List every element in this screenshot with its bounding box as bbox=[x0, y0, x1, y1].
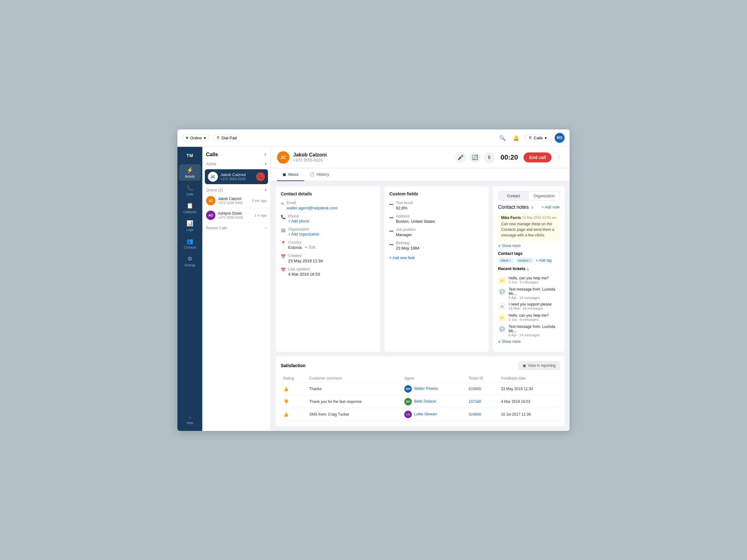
updated-row: 📅 Last updated 4 Mar 2019 16:53 bbox=[281, 267, 375, 276]
add-phone-link[interactable]: + Add phone bbox=[288, 219, 309, 223]
mute-button[interactable]: 🎤 bbox=[455, 152, 466, 163]
status-label: Online bbox=[190, 136, 202, 140]
sidebar-item-activity[interactable]: ⚡ Activity bbox=[179, 164, 201, 181]
queue-text: Queue (2) bbox=[206, 188, 223, 192]
ticket-id-0[interactable]: 624800 bbox=[469, 387, 481, 391]
date-0: 23 May 2019 11:34 bbox=[499, 382, 560, 395]
dialpad-label: Dial Pad bbox=[222, 136, 237, 140]
recent-calls-chevron: › bbox=[265, 226, 267, 230]
more-options-button[interactable]: ⋮ bbox=[555, 153, 563, 162]
active-call-number: +372 3555-0103 bbox=[221, 177, 254, 181]
recent-tickets: Recent tickets 5 ✉ Hello, can you help m… bbox=[498, 266, 560, 344]
search-button[interactable]: 🔍 bbox=[497, 133, 507, 143]
user-avatar[interactable]: RO bbox=[555, 133, 565, 143]
sidebar-item-contacts[interactable]: 👥 Contacts bbox=[179, 235, 201, 252]
dialpad-button[interactable]: ⠿ Dial Pad bbox=[213, 134, 240, 142]
calls-dropdown-button[interactable]: ⠿ Calls ▾ bbox=[525, 134, 551, 142]
callbacks-icon: 📋 bbox=[186, 202, 193, 209]
col-ticket: Ticket ID bbox=[466, 374, 499, 383]
comment-2: SMS from: Craig Tucker bbox=[307, 408, 402, 421]
agent-0: WP Walter Powers bbox=[402, 382, 466, 395]
help-button[interactable]: ? Help bbox=[184, 414, 196, 427]
contact-details-card: Contact details ✉ Email walter.agent@hel… bbox=[276, 186, 380, 352]
queue-avatar-1: AD bbox=[206, 211, 215, 220]
sidebar-item-settings[interactable]: ⚙ Settings bbox=[179, 253, 201, 269]
created-value: 23 May 2019 11:34 bbox=[288, 259, 323, 263]
add-org-link[interactable]: + Add organization bbox=[288, 232, 319, 236]
queue-time-0: 3 sec ago bbox=[252, 199, 267, 203]
call-timer: 00:20 bbox=[500, 153, 518, 161]
ticket-2[interactable]: ✉ I need you support please 15 May · 15 … bbox=[498, 302, 560, 311]
end-call-button[interactable]: End call bbox=[523, 153, 551, 162]
sidebar-item-callbacks[interactable]: 📋 Callbacks bbox=[179, 200, 201, 216]
birthday-icon: ▬ bbox=[389, 241, 393, 246]
active-call-item[interactable]: JC Jakob Calzoni +372 3555-0103 📞 bbox=[205, 169, 268, 184]
transfer-button[interactable]: 🔄 bbox=[469, 152, 481, 163]
ticket-1[interactable]: 💬 Text message from: Lucinda Mc... 6 Apr… bbox=[498, 287, 560, 300]
tag-nordus: nordus × bbox=[516, 258, 534, 263]
ticket-0[interactable]: ✉ Hello, can you help me? 2 Jun · 5 mess… bbox=[498, 276, 560, 285]
caller-info: Jakob Calzoni +372 3555-0103 bbox=[293, 152, 451, 162]
activity-label: Activity bbox=[185, 175, 195, 178]
view-reporting-button[interactable]: ▣ View in reporting bbox=[518, 361, 560, 370]
ticket-id-1[interactable]: 157340 bbox=[469, 399, 481, 404]
remove-tag-nordus[interactable]: × bbox=[530, 259, 531, 262]
add-field-link[interactable]: + Add new field bbox=[389, 256, 415, 260]
notifications-button[interactable]: 🔔 bbox=[511, 133, 521, 143]
show-more-notes[interactable]: ∨ Show more bbox=[498, 244, 560, 248]
queue-item-1[interactable]: AD Ashlynn Donin +372 3555-0103 1 m ago bbox=[202, 208, 271, 223]
tags-row: client × nordus × + Add tag bbox=[498, 258, 560, 263]
add-tag-link[interactable]: + Add tag bbox=[536, 258, 551, 263]
end-call-small-button[interactable]: 📞 bbox=[256, 172, 265, 181]
ticket-3[interactable]: ✉ Hello, can you help me? 2 Jun · 5 mess… bbox=[498, 313, 560, 322]
email-icon: ✉ bbox=[281, 201, 284, 206]
test-result-icon: ▬ bbox=[389, 201, 393, 206]
recent-calls-row[interactable]: Recent Calls › bbox=[202, 223, 271, 233]
note-header: Mike Ferris 12 Mar 2016 12:00 am bbox=[501, 216, 557, 220]
test-result-row: ▬ Test result 82.8% bbox=[389, 201, 484, 210]
org-row: 🏢 Organization + Add organization bbox=[281, 227, 375, 236]
status-chevron: ▾ bbox=[204, 136, 206, 140]
contacts-label: Contacts bbox=[184, 246, 196, 249]
sidebar-item-logs[interactable]: 📊 Logs bbox=[179, 217, 201, 234]
caller-name: Jakob Calzoni bbox=[293, 152, 451, 158]
remove-tag-client[interactable]: × bbox=[510, 259, 511, 262]
contact-tab[interactable]: Contact bbox=[498, 192, 529, 201]
queue-label: Queue (2) ▾ bbox=[202, 185, 271, 193]
about-icon: ◼ bbox=[283, 172, 286, 177]
ticket-info-3: Hello, can you help me? 2 Jun · 5 messag… bbox=[509, 313, 549, 321]
email-value[interactable]: walter.agent@helpdesk.com bbox=[287, 206, 338, 210]
agent-avatar-2: LS bbox=[404, 411, 412, 418]
tab-about[interactable]: ◼ About bbox=[277, 168, 304, 181]
birthday-value: 23 May 1984 bbox=[396, 246, 419, 250]
cards-row: Contact details ✉ Email walter.agent@hel… bbox=[276, 186, 565, 352]
calls-panel-title: Calls bbox=[206, 152, 218, 157]
tags-title: Contact tags bbox=[498, 251, 560, 256]
country-edit-link[interactable]: ✏ Edit bbox=[305, 245, 315, 249]
add-note-link[interactable]: + Add note bbox=[542, 205, 560, 209]
ticket-icon-2: ✉ bbox=[498, 303, 506, 311]
status-pill[interactable]: Online ▾ bbox=[182, 134, 209, 142]
note-date: 12 Mar 2016 12:00 am bbox=[522, 216, 557, 220]
tabs-bar: ◼ About 🕐 History bbox=[271, 168, 570, 181]
agent-2: LS Lottie Stewart bbox=[402, 408, 466, 421]
rating-2: 👍 bbox=[283, 412, 288, 417]
notes-header: Contact notes 4 + Add note bbox=[498, 205, 560, 210]
status-dot-online bbox=[186, 137, 188, 139]
tab-history[interactable]: 🕐 History bbox=[304, 168, 335, 181]
comment-1: Thank you for the fast response bbox=[307, 395, 402, 408]
organization-tab[interactable]: Organization bbox=[529, 192, 559, 201]
call-controls: 🎤 🔄 ⏸ 00:20 End call ⋮ bbox=[455, 152, 563, 163]
collapse-calls-button[interactable]: ⤢ bbox=[264, 153, 267, 157]
queue-chevron[interactable]: ▾ bbox=[265, 188, 267, 192]
show-more-tickets[interactable]: ∨ Show more bbox=[498, 340, 560, 344]
ticket-id-2[interactable]: 624800 bbox=[469, 412, 481, 417]
queue-item-0[interactable]: JC Jakob Calzoni +372 3338 8493 3 sec ag… bbox=[202, 193, 271, 208]
sidebar-item-calls[interactable]: 📞 Calls bbox=[179, 182, 201, 198]
hold-button[interactable]: ⏸ bbox=[484, 152, 495, 163]
email-row: ✉ Email walter.agent@helpdesk.com bbox=[281, 201, 375, 210]
active-chevron[interactable]: ▾ bbox=[265, 162, 267, 166]
contact-panel-card: Contact Organization Contact notes 4 + A… bbox=[493, 186, 565, 352]
ticket-4[interactable]: 💬 Text message from: Lucinda Mc... 6 Apr… bbox=[498, 324, 560, 337]
history-icon: 🕐 bbox=[310, 172, 315, 177]
